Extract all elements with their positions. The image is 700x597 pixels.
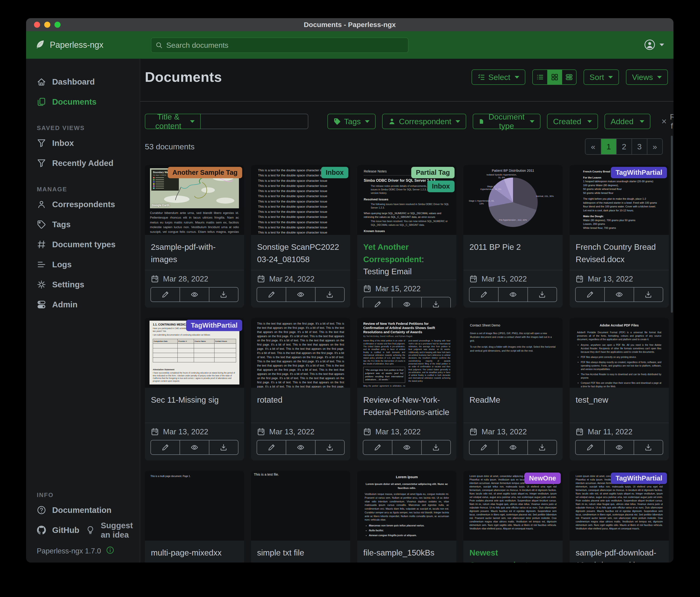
download-button[interactable] [209, 440, 238, 454]
info-icon[interactable] [106, 546, 114, 556]
document-card[interactable]: Boundary Waters TripSix days in BWCA Goo… [145, 165, 244, 308]
document-thumbnail[interactable]: Lorem ipsumLorem ipsum dolor sit amet, c… [357, 471, 456, 541]
document-card[interactable]: Release Notes Simba ODBC Driver for SQL … [357, 165, 456, 308]
pagination-page-1[interactable]: 1 [601, 139, 616, 154]
added-filter-button[interactable]: Added [604, 114, 650, 129]
document-title[interactable]: rotated [257, 394, 344, 406]
document-card[interactable]: This is a multi page document. Page 1. m… [145, 471, 244, 563]
sidebar-item-documentation[interactable]: Documentation [26, 500, 140, 520]
tag-badge[interactable]: Another Sample Tag [168, 167, 242, 178]
edit-button[interactable] [470, 440, 498, 454]
download-button[interactable] [209, 288, 238, 302]
pagination-next[interactable]: » [647, 139, 662, 154]
views-dropdown-button[interactable]: Views [626, 69, 668, 85]
details-view-button[interactable] [562, 70, 576, 85]
document-title[interactable]: Sonstige ScanPC2022 03-24_081058 [257, 241, 344, 265]
search-input[interactable] [166, 41, 404, 50]
document-title[interactable]: 2011 BP Pie 2 [470, 241, 556, 253]
download-button[interactable] [421, 297, 450, 308]
pagination-prev[interactable]: « [585, 139, 601, 154]
pagination-page-3[interactable]: 3 [631, 139, 647, 154]
text-filter-input[interactable] [201, 114, 308, 129]
view-button[interactable] [498, 440, 527, 454]
correspondent-link[interactable]: Yet Another Correspondent [363, 242, 422, 264]
sidebar-item-tags[interactable]: Tags [26, 214, 140, 234]
document-card[interactable]: French Country BreadFor the Leaven1 heap… [570, 165, 669, 308]
document-card[interactable]: Lorem ipsum dolor sit amet, consectetur … [464, 471, 562, 563]
tag-badge[interactable]: TagWithPartial [186, 320, 242, 331]
filter-field-dropdown-button[interactable]: Title & content [145, 114, 201, 129]
correspondent-filter-button[interactable]: Correspondent [382, 114, 466, 129]
document-title[interactable]: Yet Another Correspondent: Testing Email [363, 241, 450, 278]
document-title[interactable]: ReadMe [470, 394, 556, 406]
sidebar-item-logs[interactable]: Logs [26, 255, 140, 274]
view-button[interactable] [392, 297, 421, 308]
grid-view-button[interactable] [547, 70, 562, 85]
select-dropdown-button[interactable]: Select [472, 69, 525, 85]
document-thumbnail[interactable]: This is a multi page document. Page 1. [145, 471, 244, 541]
correspondent-link[interactable]: Newest Correspondent [470, 548, 528, 563]
sidebar-item-inbox[interactable]: Inbox [26, 133, 140, 153]
user-menu[interactable] [644, 39, 664, 50]
edit-button[interactable] [363, 297, 392, 308]
tags-filter-button[interactable]: Tags [327, 114, 376, 129]
tag-badge[interactable]: Partial Tag [411, 167, 454, 178]
document-thumbnail[interactable]: 1.1. CONTINUING MEDICAL EDUCATION Have y… [145, 318, 244, 388]
document-card[interactable]: 1.1. CONTINUING MEDICAL EDUCATION Have y… [145, 318, 244, 460]
edit-button[interactable] [257, 288, 286, 302]
document-title[interactable]: sample-pdf-download-10-mb-longer-title [576, 547, 663, 563]
document-title[interactable]: French Country Bread Revised.docx [576, 241, 663, 265]
document-card[interactable]: Lorem ipsumLorem ipsum dolor sit amet, c… [357, 471, 456, 563]
document-thumbnail[interactable]: This is the text that appears on the fir… [251, 318, 350, 388]
document-title[interactable]: file-sample_150kBs [363, 547, 450, 559]
document-card[interactable]: This is the text that appears on the fir… [251, 318, 350, 460]
list-view-button[interactable] [533, 70, 547, 85]
edit-button[interactable] [151, 440, 179, 454]
document-card[interactable]: Contact Sheet DemoGiven a set of image f… [464, 318, 562, 460]
maximize-button[interactable] [54, 22, 60, 28]
document-card[interactable]: Lorem ipsum dolor sit amet, consectetur … [570, 471, 669, 563]
download-button[interactable] [421, 440, 450, 454]
document-thumbnail[interactable]: Patient BP Distribution 2011 Normal, 151… [464, 165, 562, 235]
sidebar-item-suggest-an-idea[interactable]: Suggest an idea [79, 520, 140, 540]
pagination-page-2[interactable]: 2 [616, 139, 631, 154]
edit-button[interactable] [576, 440, 604, 454]
download-button[interactable] [634, 288, 663, 302]
document-title[interactable]: 2sample-pdf-with-images [151, 241, 238, 265]
document-title[interactable]: Sec 11-Missing sig [151, 394, 238, 406]
view-button[interactable] [392, 440, 421, 454]
search-bar[interactable] [151, 38, 408, 53]
document-title[interactable]: Newest Correspondent: f_combineds [470, 547, 556, 563]
tag-badge[interactable]: NewOne [524, 473, 561, 484]
tag-badge[interactable]: Inbox [321, 167, 348, 178]
sidebar-item-github[interactable]: GitHub [26, 520, 79, 540]
document-thumbnail[interactable]: Review of New York Federal Petitions for… [357, 318, 456, 388]
reset-filters-button[interactable]: × Reset filters [660, 112, 673, 131]
app-brand[interactable]: Paperless-ngx [35, 39, 103, 51]
download-button[interactable] [634, 440, 663, 454]
view-button[interactable] [498, 288, 527, 302]
document-thumbnail[interactable]: Boundary Waters TripSix days in BWCA Goo… [145, 165, 244, 235]
document-type-filter-button[interactable]: Document type [473, 114, 541, 129]
document-title[interactable]: multi-page-mixedxx [151, 547, 238, 559]
view-button[interactable] [604, 288, 633, 302]
document-title[interactable]: simple txt file [257, 547, 344, 559]
document-thumbnail[interactable]: This is a test file. [251, 471, 350, 541]
view-button[interactable] [286, 288, 315, 302]
sidebar-item-correspondents[interactable]: Correspondents [26, 194, 140, 214]
document-thumbnail[interactable]: French Country BreadFor the Leaven1 heap… [570, 165, 669, 235]
view-button[interactable] [179, 288, 209, 302]
document-thumbnail[interactable]: This is a test for the double space char… [251, 165, 350, 235]
document-title[interactable]: Review-of-New-York-Federal-Petitions-art… [363, 394, 450, 418]
download-button[interactable] [527, 288, 556, 302]
minimize-button[interactable] [44, 22, 50, 28]
edit-button[interactable] [257, 440, 286, 454]
edit-button[interactable] [363, 440, 392, 454]
sidebar-item-admin[interactable]: Admin [26, 294, 140, 315]
document-thumbnail[interactable]: Lorem ipsum dolor sit amet, consectetur … [570, 471, 669, 541]
view-button[interactable] [179, 440, 209, 454]
sidebar-item-settings[interactable]: Settings [26, 274, 140, 294]
edit-button[interactable] [576, 288, 604, 302]
document-card[interactable]: Review of New York Federal Petitions for… [357, 318, 456, 460]
document-thumbnail[interactable]: Contact Sheet DemoGiven a set of image f… [464, 318, 562, 388]
